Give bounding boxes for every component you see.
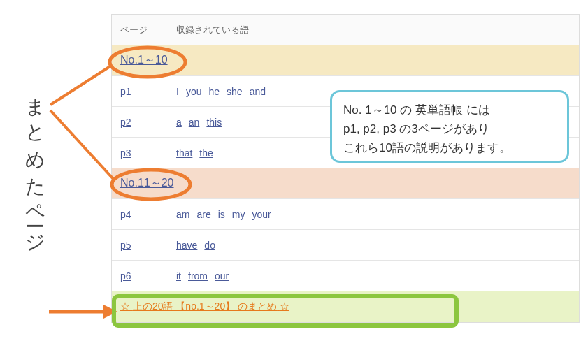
summary-row: ☆ 上の20語 【no.1～20】 のまとめ ☆ — [112, 291, 579, 322]
words-cell: havedo — [168, 234, 579, 256]
vocab-table: ページ 収録されている語 No.1～10 p1Iyouhesheandp2aan… — [111, 14, 580, 323]
connector-line-2 — [50, 110, 113, 179]
word-link[interactable]: the — [199, 147, 213, 159]
word-link[interactable]: am — [176, 209, 189, 220]
page-link[interactable]: p4 — [120, 209, 131, 220]
word-link[interactable]: from — [188, 270, 208, 282]
word-link[interactable]: it — [176, 270, 181, 282]
connector-line-1 — [50, 66, 111, 105]
word-link[interactable]: this — [206, 117, 222, 128]
balloon-line-1: No. 1～10 の 英単語帳 には — [343, 101, 556, 119]
table-header-row: ページ 収録されている語 — [112, 15, 579, 45]
section-row-1: No.1～10 — [112, 45, 579, 76]
table-row: p5havedo — [112, 230, 579, 261]
section-link-1-10[interactable]: No.1～10 — [112, 53, 168, 68]
word-link[interactable]: is — [218, 209, 225, 220]
word-link[interactable]: you — [186, 86, 202, 97]
header-page: ページ — [112, 18, 168, 42]
star-icon: ☆ — [120, 300, 130, 312]
word-link[interactable]: and — [250, 86, 266, 97]
word-link[interactable]: your — [252, 209, 271, 220]
balloon-line-2: p1, p2, p3 の3ページがあり — [343, 119, 556, 138]
summary-link[interactable]: 上の20語 【no.1～20】 のまとめ — [133, 300, 277, 312]
table-row: p6itfromour — [112, 261, 579, 291]
word-link[interactable]: do — [204, 240, 215, 251]
header-words: 収録されている語 — [168, 18, 579, 42]
word-link[interactable]: our — [215, 270, 229, 282]
word-link[interactable]: have — [176, 240, 197, 251]
words-cell: itfromour — [168, 265, 579, 287]
info-balloon: No. 1～10 の 英単語帳 には p1, p2, p3 の3ページがあり こ… — [330, 90, 569, 163]
word-link[interactable]: my — [232, 209, 245, 220]
section-row-2: No.11～20 — [112, 168, 579, 199]
word-link[interactable]: an — [189, 117, 200, 128]
star-icon: ☆ — [280, 300, 289, 312]
balloon-line-3: これら10語の説明があります。 — [343, 138, 556, 157]
word-link[interactable]: are — [196, 209, 210, 220]
word-link[interactable]: a — [176, 117, 182, 128]
word-link[interactable]: I — [176, 86, 179, 97]
page-link[interactable]: p6 — [120, 270, 131, 282]
table-row: p4amareismyyour — [112, 199, 579, 230]
summary-wrapper: ☆ 上の20語 【no.1～20】 のまとめ ☆ — [112, 300, 289, 313]
section-link-11-20[interactable]: No.11～20 — [112, 176, 174, 191]
page-link[interactable]: p2 — [120, 117, 131, 128]
page-link[interactable]: p3 — [120, 147, 131, 159]
page-link[interactable]: p5 — [120, 240, 131, 251]
word-link[interactable]: she — [227, 86, 243, 97]
page-link[interactable]: p1 — [120, 86, 131, 97]
arrow-to-summary — [49, 305, 117, 319]
side-vertical-label: まとめたページ — [21, 84, 48, 247]
word-link[interactable]: he — [208, 86, 220, 97]
words-cell: amareismyyour — [168, 203, 579, 226]
word-link[interactable]: that — [176, 147, 192, 159]
